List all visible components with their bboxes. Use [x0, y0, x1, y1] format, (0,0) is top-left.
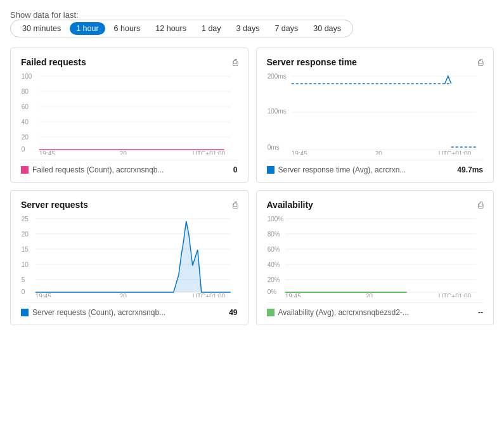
server-response-time-chart-area: 200ms 100ms 0ms 19:45 20 UTC+01:00 — [267, 72, 484, 155]
svg-text:80: 80 — [22, 88, 29, 95]
svg-text:40%: 40% — [267, 261, 280, 268]
svg-text:20: 20 — [22, 134, 29, 141]
svg-text:20: 20 — [375, 150, 382, 155]
server-requests-pin-icon[interactable]: ⎙ — [233, 200, 238, 210]
availability-chart-area: 100% 80% 60% 40% 20% 0% 19:45 20 UTC+01:… — [267, 215, 484, 297]
svg-text:10: 10 — [22, 261, 29, 268]
failed-requests-title: Failed requests — [21, 57, 86, 67]
availability-legend: Availability (Avg), acrcrxnsnqbezsd2-...… — [267, 302, 484, 317]
time-btn-1day[interactable]: 1 day — [195, 22, 228, 35]
svg-marker-41 — [36, 221, 231, 292]
time-btn-1hour[interactable]: 1 hour — [70, 22, 105, 35]
svg-text:200ms: 200ms — [267, 73, 286, 80]
svg-text:UTC+01:00: UTC+01:00 — [193, 293, 226, 297]
server-requests-legend: Server requests (Count), acrcrxnsnqb... … — [21, 302, 238, 317]
availability-svg: 100% 80% 60% 40% 20% 0% 19:45 20 UTC+01:… — [267, 215, 484, 297]
svg-text:UTC+01:00: UTC+01:00 — [438, 293, 471, 297]
server-response-time-legend: Server response time (Avg), acrcrxn... 4… — [267, 160, 484, 174]
failed-requests-legend-color-icon — [21, 166, 29, 174]
svg-rect-45 — [21, 309, 29, 316]
svg-text:0: 0 — [22, 146, 25, 153]
availability-header: Availability ⎙ — [267, 200, 484, 210]
svg-text:15: 15 — [22, 246, 29, 253]
server-requests-card: Server requests ⎙ 25 20 15 10 5 0 — [10, 190, 249, 325]
show-data-label: Show data for last: — [10, 10, 494, 20]
availability-legend-text: Availability (Avg), acrcrxnsnqbezsd2-... — [278, 308, 409, 317]
svg-text:20: 20 — [22, 231, 29, 238]
svg-rect-16 — [21, 166, 29, 174]
svg-rect-28 — [267, 166, 275, 174]
svg-text:0%: 0% — [267, 288, 276, 295]
svg-text:20: 20 — [120, 150, 127, 155]
server-response-time-pin-icon[interactable]: ⎙ — [478, 57, 483, 67]
server-requests-legend-color-icon — [21, 309, 29, 316]
svg-text:60%: 60% — [267, 246, 280, 253]
charts-grid: Failed requests ⎙ 100 80 60 40 20 0 — [10, 48, 494, 325]
time-btn-6hours[interactable]: 6 hours — [108, 22, 147, 35]
server-requests-legend-value: 49 — [229, 308, 237, 317]
svg-text:100: 100 — [22, 73, 32, 80]
time-btn-12hours[interactable]: 12 hours — [149, 22, 193, 35]
server-response-time-legend-text: Server response time (Avg), acrcrxn... — [278, 165, 406, 174]
server-response-time-legend-color-icon — [267, 166, 275, 174]
svg-text:20: 20 — [365, 293, 373, 297]
svg-text:80%: 80% — [267, 231, 280, 238]
svg-text:19:45: 19:45 — [36, 293, 51, 297]
failed-requests-chart-area: 100 80 60 40 20 0 19:45 20 UTC+01:00 — [21, 72, 238, 155]
failed-requests-legend-value: 0 — [233, 165, 238, 174]
failed-requests-legend: Failed requests (Count), acrcrxnsnqb... … — [21, 160, 238, 174]
svg-text:25: 25 — [22, 216, 29, 222]
availability-title: Availability — [267, 200, 313, 210]
failed-requests-header: Failed requests ⎙ — [21, 57, 238, 67]
svg-text:0: 0 — [22, 288, 25, 295]
availability-pin-icon[interactable]: ⎙ — [478, 200, 483, 210]
svg-text:20%: 20% — [267, 276, 280, 283]
server-requests-title: Server requests — [21, 200, 88, 210]
server-requests-header: Server requests ⎙ — [21, 200, 238, 210]
server-requests-legend-text: Server requests (Count), acrcrxnsnqb... — [32, 308, 165, 317]
failed-requests-card: Failed requests ⎙ 100 80 60 40 20 0 — [10, 48, 249, 183]
svg-rect-62 — [267, 309, 275, 316]
availability-card: Availability ⎙ 100% 80% 60% 40% 20% 0% — [256, 190, 494, 325]
failed-requests-pin-icon[interactable]: ⎙ — [233, 57, 238, 67]
svg-text:20: 20 — [120, 293, 127, 297]
svg-text:40: 40 — [22, 119, 29, 126]
svg-text:100ms: 100ms — [267, 108, 286, 115]
svg-text:UTC+01:00: UTC+01:00 — [193, 150, 226, 155]
server-requests-chart-area: 25 20 15 10 5 0 19:45 20 UTC+01:00 — [21, 215, 238, 297]
svg-text:19:45: 19:45 — [285, 293, 300, 297]
time-btn-30min[interactable]: 30 minutes — [16, 22, 67, 35]
server-response-time-svg: 200ms 100ms 0ms 19:45 20 UTC+01:00 — [267, 72, 484, 155]
server-response-time-header: Server response time ⎙ — [267, 57, 484, 67]
time-filter-bar: 30 minutes 1 hour 6 hours 12 hours 1 day… — [10, 20, 353, 37]
svg-text:60: 60 — [22, 103, 29, 110]
time-btn-7days[interactable]: 7 days — [268, 22, 304, 35]
svg-text:0ms: 0ms — [267, 144, 279, 151]
server-response-time-card: Server response time ⎙ 200ms 100ms 0ms — [256, 48, 494, 183]
server-response-time-legend-value: 49.7ms — [457, 165, 483, 174]
failed-requests-svg: 100 80 60 40 20 0 19:45 20 UTC+01:00 — [21, 72, 238, 155]
failed-requests-legend-text: Failed requests (Count), acrcrxnsnqb... — [32, 165, 164, 174]
svg-text:100%: 100% — [267, 216, 283, 222]
svg-text:19:45: 19:45 — [39, 150, 55, 155]
time-btn-30days[interactable]: 30 days — [307, 22, 347, 35]
svg-text:19:45: 19:45 — [291, 150, 307, 155]
server-requests-svg: 25 20 15 10 5 0 19:45 20 UTC+01:00 — [21, 215, 238, 297]
availability-legend-color-icon — [267, 309, 275, 316]
svg-text:5: 5 — [22, 276, 25, 283]
svg-text:UTC+01:00: UTC+01:00 — [438, 150, 471, 155]
time-btn-3days[interactable]: 3 days — [230, 22, 266, 35]
availability-legend-value: -- — [478, 308, 483, 317]
server-response-time-title: Server response time — [267, 57, 357, 67]
